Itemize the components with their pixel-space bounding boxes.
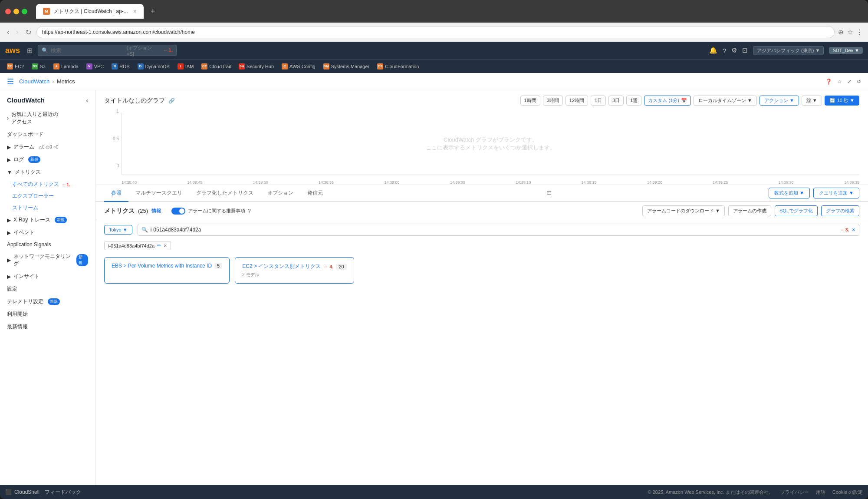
maximize-dot[interactable] xyxy=(22,9,27,14)
bookmark-sechub[interactable]: SH Security Hub xyxy=(235,62,277,71)
privacy-link[interactable]: プライバシー xyxy=(780,489,809,496)
breadcrumb-parent[interactable]: CloudWatch xyxy=(19,78,49,85)
tab-graphed[interactable]: グラフ化したメトリクス xyxy=(189,185,260,202)
sidebar-item-log[interactable]: ▶ ログ 新規 xyxy=(0,153,95,166)
sidebar-subitem-all-metrics[interactable]: すべてのメトリクス ←1. xyxy=(0,178,95,190)
sidebar-subitem-stream[interactable]: ストリーム xyxy=(0,202,95,214)
extension-icon[interactable]: ⊕ xyxy=(838,28,844,36)
tab-reference[interactable]: 参照 xyxy=(104,185,128,202)
aws-search-input[interactable] xyxy=(51,47,124,53)
tab-source[interactable]: 発信元 xyxy=(300,185,330,202)
sidebar-item-events[interactable]: ▶ イベント xyxy=(0,226,95,239)
sidebar-item-dashboard[interactable]: ダッシュボード xyxy=(0,128,95,141)
metrics-search-input[interactable] xyxy=(151,227,836,233)
bookmark-systems[interactable]: SM Systems Manager xyxy=(320,62,373,71)
alarm-code-button[interactable]: アラームコードのダウンロード ▼ xyxy=(642,205,725,216)
actions-dropdown[interactable]: アクション ▼ xyxy=(760,96,799,106)
cloudshell-button[interactable]: ⬛ CloudShell xyxy=(5,489,39,495)
back-button[interactable]: ‹ xyxy=(5,26,11,38)
sidebar-subitem-explorer[interactable]: エクスプローラー xyxy=(0,190,95,202)
more-icon[interactable]: ⋮ xyxy=(856,28,863,36)
metric-card-ebs[interactable]: EBS > Per-Volume Metrics with Instance I… xyxy=(104,257,230,284)
sidebar-item-xray[interactable]: ▶ X-Ray トレース 新規 xyxy=(0,214,95,226)
tab-menu-icon[interactable]: ☰ xyxy=(542,186,556,201)
sidebar-item-getstarted[interactable]: 利用開始 xyxy=(0,308,95,321)
services-grid-icon[interactable]: ⊞ xyxy=(27,46,33,55)
time-12h-button[interactable]: 12時間 xyxy=(566,96,588,106)
tab-close-button[interactable]: × xyxy=(133,8,137,15)
bookmark-cloudtrail[interactable]: CT CloudTrail xyxy=(198,62,234,71)
graph-link-icon[interactable]: 🔗 xyxy=(168,98,175,104)
metrics-search-box[interactable]: 🔍 ←3. × xyxy=(138,224,859,236)
settings-icon[interactable]: ⚙ xyxy=(731,46,737,54)
time-1w-button[interactable]: 1週 xyxy=(626,96,641,106)
create-alarm-button[interactable]: アラームの作成 xyxy=(728,205,771,216)
sidebar-item-latest[interactable]: 最新情報 xyxy=(0,321,95,333)
search-graph-button[interactable]: グラフの検索 xyxy=(821,205,859,216)
search-clear-button[interactable]: × xyxy=(852,226,855,233)
tab-multisource[interactable]: マルチソースクエリ xyxy=(128,185,189,202)
user-menu[interactable]: SDT_Dev ▼ xyxy=(829,47,863,54)
time-1d-button[interactable]: 1日 xyxy=(591,96,606,106)
bookmark-s3[interactable]: S3 S3 xyxy=(28,62,49,71)
minimize-dot[interactable] xyxy=(13,9,19,14)
content-area: タイトルなしのグラフ 🔗 1時間 3時間 12時間 1日 3日 1週 カスタム … xyxy=(95,90,868,485)
line-dropdown[interactable]: 線 ▼ xyxy=(802,96,822,106)
menu-icon[interactable]: ☰ xyxy=(7,77,14,86)
add-expression-button[interactable]: 数式を追加 ▼ xyxy=(769,188,810,198)
time-3h-button[interactable]: 3時間 xyxy=(543,96,563,106)
sidebar-item-alarm[interactable]: ▶ アラーム △0 ◎0 ○0 xyxy=(0,141,95,153)
help-icon[interactable]: ? xyxy=(723,47,726,54)
help-circle-icon[interactable]: ❓ xyxy=(825,79,832,85)
close-dot[interactable] xyxy=(5,9,11,14)
bookmark-iam[interactable]: I IAM xyxy=(174,62,197,71)
bookmark-ec2[interactable]: EC EC2 xyxy=(3,62,27,71)
bookmark-star-icon[interactable]: ☆ xyxy=(837,79,842,85)
refresh-icon[interactable]: ↺ xyxy=(857,79,861,85)
bookmark-config[interactable]: C AWS Config xyxy=(278,62,319,71)
support-icon[interactable]: ⊡ xyxy=(742,46,748,54)
sql-graph-button[interactable]: SQLでグラフ化 xyxy=(775,205,818,216)
breadcrumb-separator: › xyxy=(52,78,54,85)
region-selector[interactable]: アジアパシフィック (東京) ▼ xyxy=(753,46,824,55)
bookmark-rds[interactable]: R RDS xyxy=(108,62,133,71)
aws-search-box[interactable]: 🔍 [オプション+S] ←1. xyxy=(38,45,177,56)
url-bar[interactable]: https://ap-northeast-1.console.aws.amazo… xyxy=(36,26,835,38)
time-3d-button[interactable]: 3日 xyxy=(608,96,624,106)
feedback-button[interactable]: フィードバック xyxy=(45,489,81,496)
new-tab-button[interactable]: + xyxy=(151,7,155,16)
notifications-icon[interactable]: 🔔 xyxy=(709,46,717,54)
refresh-button[interactable]: 🔄 10 秒 ▼ xyxy=(825,96,859,106)
sidebar-item-settings[interactable]: 設定 xyxy=(0,283,95,295)
sidebar-collapse-button[interactable]: ‹ xyxy=(86,97,88,104)
bookmark-vpc[interactable]: V VPC xyxy=(83,62,108,71)
forward-button[interactable]: › xyxy=(14,26,20,38)
metrics-info-link[interactable]: 情報 xyxy=(151,208,161,214)
recommendation-toggle[interactable] xyxy=(171,208,185,215)
sidebar-item-insights[interactable]: ▶ インサイト xyxy=(0,270,95,283)
sidebar-item-network[interactable]: ▶ ネットワークモニタリング 新規 xyxy=(0,250,95,270)
terms-link[interactable]: 用語 xyxy=(816,489,825,496)
region-dropdown[interactable]: Tokyo ▼ xyxy=(104,225,132,235)
time-1h-button[interactable]: 1時間 xyxy=(520,96,540,106)
sidebar-item-telemetry[interactable]: テレメトリ設定 新規 xyxy=(0,295,95,308)
sidebar-item-metrics[interactable]: ▼ メトリクス xyxy=(0,166,95,178)
fullscreen-icon[interactable]: ⤢ xyxy=(847,79,852,85)
bookmark-dynamodb[interactable]: D DynamoDB xyxy=(134,62,173,71)
cookie-link[interactable]: Cookie の設定 xyxy=(832,489,863,496)
toggle-help-icon[interactable]: ? xyxy=(248,208,251,214)
add-query-button[interactable]: クエリを追加 ▼ xyxy=(813,188,859,198)
timezone-dropdown[interactable]: ローカルタイムゾーン ▼ xyxy=(694,96,757,106)
metric-card-ec2[interactable]: EC2 > インスタンス別メトリクス ← 4. 20 2 モデル xyxy=(235,257,354,284)
bookmark-icon[interactable]: ☆ xyxy=(847,28,853,36)
tag-edit-icon[interactable]: ✏ xyxy=(157,243,161,248)
time-custom-button[interactable]: カスタム (1分) 📅 xyxy=(644,96,691,106)
tab-options[interactable]: オプション xyxy=(260,185,300,202)
bookmark-lambda[interactable]: λ Lambda xyxy=(50,62,82,71)
bookmark-cfn[interactable]: CF CloudFormation xyxy=(374,62,422,71)
sidebar-item-favorites[interactable]: › お気に入りと最近のアクセス xyxy=(0,108,95,128)
sidebar-item-appsignals[interactable]: Application Signals xyxy=(0,239,95,250)
active-tab[interactable]: M メトリクス | CloudWatch | ap-... × xyxy=(36,4,144,19)
tag-remove-button[interactable]: × xyxy=(164,242,167,249)
reload-button[interactable]: ↻ xyxy=(24,26,33,38)
